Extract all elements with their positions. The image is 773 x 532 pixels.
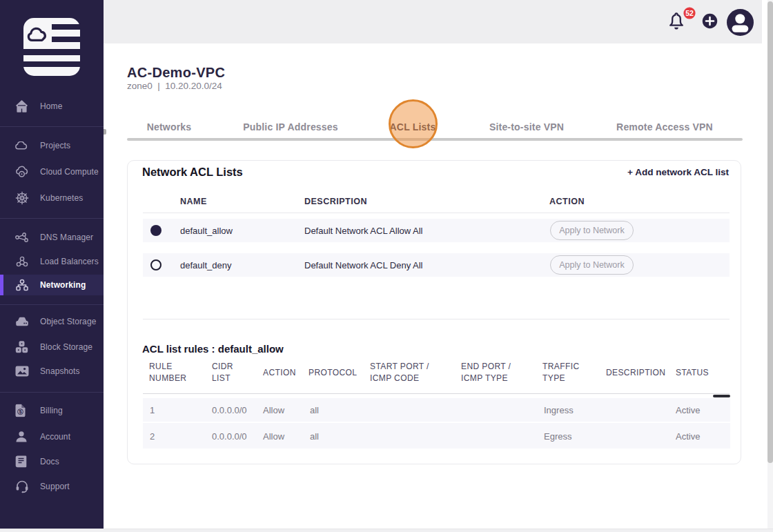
svg-text:52: 52 [685, 9, 694, 17]
